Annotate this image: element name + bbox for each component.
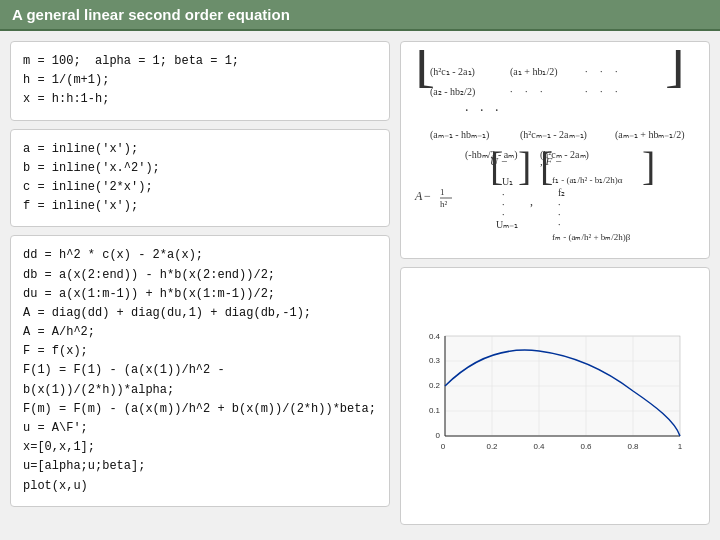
svg-text:]: ]: [518, 144, 531, 189]
svg-text:·: ·: [585, 66, 588, 77]
svg-text:·: ·: [525, 86, 528, 97]
code-block-2: a = inline('x'); b = inline('x.^2'); c =…: [10, 129, 390, 228]
svg-text:0.8: 0.8: [627, 442, 639, 451]
svg-text:, F −: , F −: [540, 155, 562, 167]
right-panel: [ (h²c₁ - 2a₁) (a₁ + hb₁/2) · · · (a₂ - …: [400, 41, 710, 525]
plot-svg: 0 0.2 0.4 0.6 0.8 1 0 0.1 0.2 0.3 0.4: [420, 331, 690, 461]
svg-text:(aₘ₋₁ - hbₘ₋₁): (aₘ₋₁ - hbₘ₋₁): [430, 129, 489, 141]
svg-text:U₁: U₁: [502, 176, 513, 187]
svg-text:·: ·: [558, 219, 561, 230]
svg-text:0.2: 0.2: [486, 442, 498, 451]
svg-text:0: 0: [436, 431, 441, 440]
svg-text:(h²c₁ - 2a₁): (h²c₁ - 2a₁): [430, 66, 475, 78]
svg-text:1: 1: [678, 442, 683, 451]
svg-text:·: ·: [585, 86, 588, 97]
svg-text:·: ·: [600, 86, 603, 97]
svg-text:0.6: 0.6: [580, 442, 592, 451]
svg-text:f₂: f₂: [558, 187, 565, 198]
svg-text:fₘ - (aₘ/h² + bₘ/2h)β: fₘ - (aₘ/h² + bₘ/2h)β: [552, 232, 631, 242]
svg-text:Uₘ₋₁: Uₘ₋₁: [496, 219, 518, 230]
svg-text:·: ·: [465, 103, 469, 118]
svg-text:f₁ - (a₁/h² - b₁/2h)α: f₁ - (a₁/h² - b₁/2h)α: [552, 175, 623, 185]
svg-text:0: 0: [441, 442, 446, 451]
svg-text:(a₂ - hb₂/2): (a₂ - hb₂/2): [430, 86, 475, 98]
plot-area: 0 0.2 0.4 0.6 0.8 1 0 0.1 0.2 0.3 0.4: [400, 267, 710, 525]
matrix-display: [ (h²c₁ - 2a₁) (a₁ + hb₁/2) · · · (a₂ - …: [400, 41, 710, 259]
left-panel: m = 100; alpha = 1; beta = 1; h = 1/(m+1…: [10, 41, 390, 525]
svg-text:·: ·: [540, 86, 543, 97]
matrix-svg: [ (h²c₁ - 2a₁) (a₁ + hb₁/2) · · · (a₂ - …: [410, 50, 700, 250]
svg-text:A: A: [414, 189, 423, 203]
code-block-1: m = 100; alpha = 1; beta = 1; h = 1/(m+1…: [10, 41, 390, 121]
svg-text:0.3: 0.3: [429, 356, 441, 365]
svg-text:h²: h²: [440, 199, 448, 209]
svg-text:0.4: 0.4: [533, 442, 545, 451]
svg-text:(aₘ₋₁ + hbₘ₋₁/2): (aₘ₋₁ + hbₘ₋₁/2): [615, 129, 685, 141]
svg-text:(h²cₘ₋₁ - 2aₘ₋₁): (h²cₘ₋₁ - 2aₘ₋₁): [520, 129, 587, 141]
svg-text:U −: U −: [490, 155, 508, 167]
page-title: A general linear second order equation: [0, 0, 720, 31]
svg-text:0.2: 0.2: [429, 381, 441, 390]
main-container: m = 100; alpha = 1; beta = 1; h = 1/(m+1…: [0, 31, 720, 535]
svg-text:·: ·: [615, 66, 618, 77]
svg-text:·: ·: [615, 86, 618, 97]
svg-text:]: ]: [665, 50, 685, 93]
svg-text:−: −: [424, 189, 431, 203]
svg-text:·: ·: [495, 103, 499, 118]
svg-text:1: 1: [440, 187, 445, 197]
svg-text:·: ·: [480, 103, 484, 118]
svg-text:(a₁ + hb₁/2): (a₁ + hb₁/2): [510, 66, 558, 78]
svg-text:0.4: 0.4: [429, 332, 441, 341]
svg-text:]: ]: [642, 144, 655, 189]
svg-text:·: ·: [600, 66, 603, 77]
svg-text:,: ,: [530, 194, 533, 208]
svg-text:0.1: 0.1: [429, 406, 441, 415]
svg-text:·: ·: [510, 86, 513, 97]
code-block-3: dd = h^2 * c(x) - 2*a(x); db = a(x(2:end…: [10, 235, 390, 506]
